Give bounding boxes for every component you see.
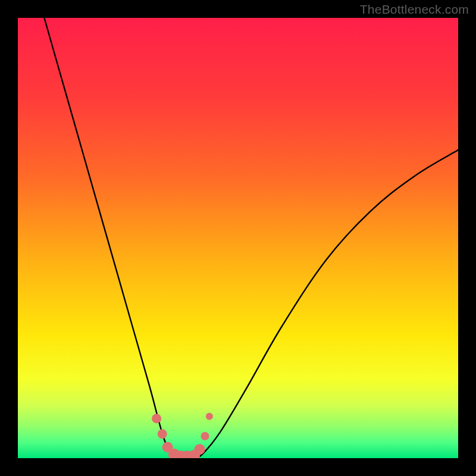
marker-dot (206, 413, 213, 420)
marker-dot (152, 414, 161, 423)
marker-dot (195, 444, 205, 455)
watermark-text: TheBottleneck.com (360, 2, 469, 17)
bottleneck-curve (44, 18, 458, 458)
marker-dot (158, 429, 167, 439)
marker-dot (201, 432, 209, 440)
plot-area (18, 18, 458, 458)
curve-layer (18, 18, 458, 458)
chart-frame: TheBottleneck.com (0, 0, 476, 476)
optimal-band-markers (152, 413, 213, 458)
